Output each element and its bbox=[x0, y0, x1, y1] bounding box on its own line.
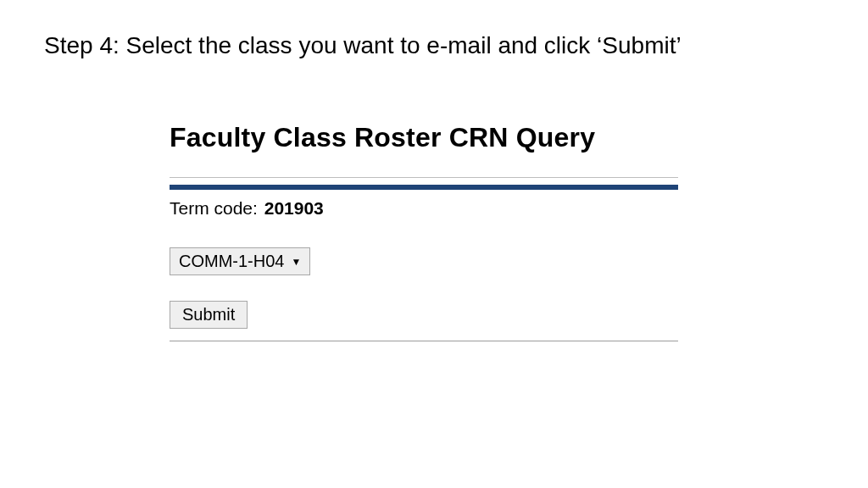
step-heading: Step 4: Select the class you want to e-m… bbox=[44, 32, 682, 59]
term-code-value: 201903 bbox=[264, 198, 324, 218]
blue-divider bbox=[170, 185, 678, 190]
query-panel: Faculty Class Roster CRN Query Term code… bbox=[170, 122, 678, 341]
chevron-down-icon: ▼ bbox=[291, 257, 301, 267]
panel-title: Faculty Class Roster CRN Query bbox=[170, 122, 678, 153]
class-select[interactable]: COMM-1-H04 ▼ bbox=[170, 247, 310, 275]
submit-button[interactable]: Submit bbox=[170, 301, 248, 329]
term-code-label: Term code: bbox=[170, 198, 258, 218]
term-code-row: Term code: 201903 bbox=[170, 198, 678, 219]
class-select-value: COMM-1-H04 bbox=[179, 252, 284, 271]
title-underline bbox=[170, 177, 678, 178]
bottom-divider bbox=[170, 341, 678, 341]
